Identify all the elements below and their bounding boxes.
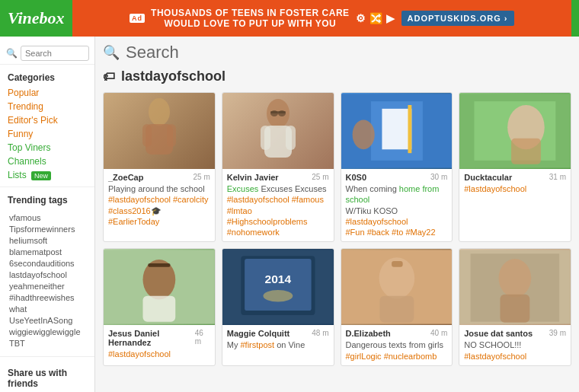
svg-rect-10 <box>270 111 286 113</box>
sidebar-item-popular[interactable]: Popular <box>0 86 94 100</box>
svg-rect-2 <box>142 124 152 147</box>
svg-rect-31 <box>379 296 414 323</box>
video-thumb-8 <box>459 249 571 325</box>
video-author-4: Ducktacular <box>464 173 512 182</box>
main-search-input[interactable] <box>126 43 571 62</box>
tag-lastdayofschool[interactable]: lastdayofschool <box>9 270 67 279</box>
tag-header: 🏷 lastdayofschool <box>103 69 571 84</box>
tag-tbt[interactable]: TBT <box>9 339 25 348</box>
svg-rect-23 <box>148 263 170 267</box>
video-info-6: Maggie Colquitt 48 m My #firstpost on Vi… <box>222 325 334 354</box>
video-meta-5: Jesus Daniel Hernandez 46 m <box>108 329 210 347</box>
video-info-1: _ZoeCap 25 m Playing around the school #… <box>104 169 215 231</box>
sidebar-item-top-viners[interactable]: Top Viners <box>0 141 94 155</box>
video-thumb-3 <box>341 93 453 169</box>
svg-point-15 <box>352 120 374 149</box>
new-badge: New <box>31 171 51 180</box>
divider-2 <box>0 356 94 357</box>
divider <box>0 186 94 187</box>
video-card-6[interactable]: 2014 Maggie Colquitt 48 m My #firstpost … <box>222 248 334 366</box>
svg-rect-32 <box>392 261 403 267</box>
video-info-5: Jesus Daniel Hernandez 46 m #lastdayofsc… <box>104 325 215 363</box>
video-meta-7: D.Elizabeth 40 m <box>346 329 448 338</box>
svg-point-0 <box>149 98 170 126</box>
video-desc-2: Excuses Excuses Excuses #lastdayofschool… <box>227 183 329 237</box>
svg-rect-14 <box>408 105 411 153</box>
ad-badge: Ad <box>130 14 145 23</box>
video-author-1: _ZoeCap <box>108 173 143 182</box>
video-card-8[interactable]: Josue dat santos 39 m NO SCHOOL!!! #last… <box>459 248 571 366</box>
tag-blamematpost[interactable]: blamematpost <box>9 247 62 257</box>
ad-link[interactable]: ADOPTUSKIDS.ORG › <box>401 11 514 26</box>
video-meta-1: _ZoeCap 25 m <box>108 173 210 182</box>
video-author-2: Kelvin Javier <box>227 173 279 182</box>
video-info-2: Kelvin Javier 25 m Excuses Excuses Excus… <box>222 169 334 241</box>
tag-ihadthreewishes[interactable]: #ihadthreewishes <box>9 293 75 302</box>
video-info-3: K0S0 30 m When coming home from school W… <box>341 169 453 241</box>
trending-tags-container: vfamous Tipsformewinners heliumsoft blam… <box>0 209 94 352</box>
video-time-2: 25 m <box>312 173 328 182</box>
video-time-3: 30 m <box>430 173 447 182</box>
video-grid: _ZoeCap 25 m Playing around the school #… <box>103 92 571 366</box>
svg-rect-6 <box>261 126 270 150</box>
svg-text:2014: 2014 <box>264 273 291 286</box>
tag-what[interactable]: what <box>9 304 27 314</box>
video-meta-2: Kelvin Javier 25 m <box>227 173 329 182</box>
video-card-1[interactable]: _ZoeCap 25 m Playing around the school #… <box>103 92 216 242</box>
tag-6secondauditions[interactable]: 6secondauditions <box>9 259 75 268</box>
video-info-7: D.Elizabeth 40 m Dangerous texts from gi… <box>341 325 453 365</box>
svg-point-28 <box>263 290 293 302</box>
video-time-8: 39 m <box>549 329 566 338</box>
ad-banner: Ad THOUSANDS OF TEENS IN FOSTER CARE WOU… <box>72 0 571 37</box>
svg-rect-19 <box>511 139 541 164</box>
video-desc-6: My #firstpost on Vine <box>227 339 329 350</box>
video-card-2[interactable]: Kelvin Javier 25 m Excuses Excuses Excus… <box>222 92 334 242</box>
video-card-5[interactable]: Jesus Daniel Hernandez 46 m #lastdayofsc… <box>103 248 216 366</box>
video-desc-5: #lastdayofschool <box>108 349 210 359</box>
main-layout: 🔍 Categories Popular Trending Editor's P… <box>0 37 579 392</box>
tag-useyeetinasong[interactable]: UseYeetInASong <box>9 316 72 325</box>
share-section: Share us with friends f Like 5.9k 🐦 Twee… <box>0 362 94 392</box>
video-info-4: Ducktacular 31 m #lastdayofschool <box>459 169 571 198</box>
svg-rect-22 <box>142 296 175 322</box>
tag-wiggle[interactable]: wiggiewigglewiggle <box>9 327 81 336</box>
sidebar-item-trending[interactable]: Trending <box>0 100 94 113</box>
tag-vfamous[interactable]: vfamous <box>9 213 41 222</box>
svg-point-35 <box>499 260 532 298</box>
video-desc-3: When coming home from school W/Tiku KOSO… <box>346 183 448 237</box>
sidebar-item-funny[interactable]: Funny <box>0 127 94 141</box>
trending-title: Trending tags <box>0 192 94 209</box>
tag-tipsformewinners[interactable]: Tipsformewinners <box>9 225 75 234</box>
video-meta-3: K0S0 30 m <box>346 173 448 182</box>
ad-text: THOUSANDS OF TEENS IN FOSTER CARE WOULD … <box>151 8 350 29</box>
video-card-4[interactable]: Ducktacular 31 m #lastdayofschool <box>459 92 571 242</box>
video-meta-4: Ducktacular 31 m <box>464 173 566 182</box>
video-time-4: 31 m <box>549 173 566 182</box>
categories-title: Categories <box>0 69 94 86</box>
video-author-6: Maggie Colquitt <box>227 329 290 338</box>
video-thumb-2 <box>222 93 334 169</box>
video-author-3: K0S0 <box>346 173 367 182</box>
video-thumb-1 <box>104 93 215 169</box>
video-thumb-6: 2014 <box>222 249 334 325</box>
video-card-7[interactable]: D.Elizabeth 40 m Dangerous texts from gi… <box>341 248 453 366</box>
video-meta-8: Josue dat santos 39 m <box>464 329 566 338</box>
svg-rect-13 <box>382 109 411 149</box>
tag-yeahmeneither[interactable]: yeahmeneither <box>9 282 65 291</box>
tag-icon: 🏷 <box>103 70 115 84</box>
tag-name: lastdayofschool <box>121 69 226 84</box>
video-thumb-5 <box>104 249 215 325</box>
sidebar-item-channels[interactable]: Channels <box>0 155 94 168</box>
video-card-3[interactable]: K0S0 30 m When coming home from school W… <box>341 92 453 242</box>
svg-rect-36 <box>501 295 530 323</box>
sidebar-search-input[interactable] <box>21 46 89 61</box>
search-icon: 🔍 <box>6 48 18 59</box>
sidebar-item-editors-pick[interactable]: Editor's Pick <box>0 113 94 127</box>
video-desc-4: #lastdayofschool <box>464 183 566 194</box>
tag-heliumsoft[interactable]: heliumsoft <box>9 236 47 245</box>
search-icon-large: 🔍 <box>103 44 120 61</box>
video-author-5: Jesus Daniel Hernandez <box>108 329 195 347</box>
search-bar: 🔍 <box>103 43 571 62</box>
svg-rect-3 <box>167 124 176 147</box>
sidebar-item-lists[interactable]: Lists New <box>0 168 94 182</box>
